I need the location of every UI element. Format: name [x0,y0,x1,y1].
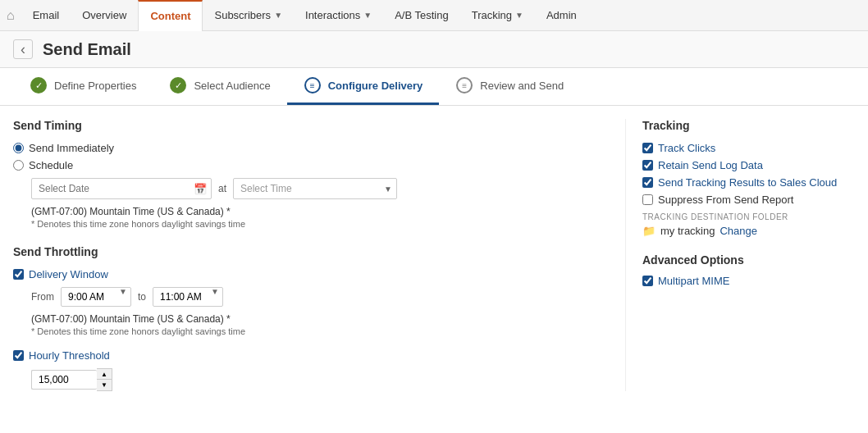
delivery-window-option[interactable]: Delivery Window [13,268,592,280]
time-select-wrapper: Select Time 9:00 AM 10:00 AM 11:00 AM ▼ [233,178,397,199]
main-content: Send Timing Send Immediately Schedule 📅 … [0,106,868,404]
step-tabs: ✓ Define Properties ✓ Select Audience ≡ … [0,68,868,106]
throttle-section: Send Throttling Delivery Window From 9:0… [13,245,592,391]
threshold-input[interactable] [31,370,97,390]
throttle-timezone-note-2: * Denotes this time zone honors daylight… [31,326,592,336]
date-input-wrapper: 📅 [31,178,212,199]
send-results-label: Send Tracking Results to Sales Cloud [658,176,837,189]
from-time-wrapper: 9:00 AM 10:00 AM 11:00 AM ▼ [61,287,131,307]
track-clicks-checkbox[interactable] [642,143,653,153]
suppress-item[interactable]: Suppress From Send Report [642,194,855,206]
nav-ab-testing[interactable]: A/B Testing [383,0,460,31]
throttle-title: Send Throttling [13,245,592,258]
tab-configure-delivery[interactable]: ≡ Configure Delivery [287,68,440,105]
change-folder-link[interactable]: Change [720,225,757,237]
send-immediately-radio[interactable] [13,143,24,153]
multipart-mime-item[interactable]: Multipart MIME [642,275,855,287]
tab-define-properties[interactable]: ✓ Define Properties [13,68,153,105]
home-icon[interactable]: ⌂ [7,8,15,23]
page-header: ‹ Send Email [0,31,868,68]
page-title: Send Email [43,40,131,59]
from-time-select[interactable]: 9:00 AM 10:00 AM 11:00 AM [61,287,131,307]
send-timing-title: Send Timing [13,119,592,132]
suppress-checkbox[interactable] [642,194,653,205]
tracking-title: Tracking [642,119,855,132]
subscribers-dropdown-arrow: ▼ [274,0,282,31]
threshold-input-wrap: ▲ ▼ [31,368,592,391]
schedule-label: Schedule [29,159,73,171]
multipart-mime-label: Multipart MIME [658,275,729,287]
send-immediately-option[interactable]: Send Immediately [13,142,592,154]
configure-delivery-icon: ≡ [304,76,322,94]
tab-select-audience[interactable]: ✓ Select Audience [153,68,286,105]
nav-interactions[interactable]: Interactions ▼ [294,0,383,31]
nav-tracking[interactable]: Tracking ▼ [460,0,535,31]
advanced-section: Advanced Options Multipart MIME [642,253,855,287]
time-select[interactable]: Select Time 9:00 AM 10:00 AM 11:00 AM [233,178,397,199]
throttle-timezone-note-1: (GMT-07:00) Mountain Time (US & Canada) … [31,313,592,325]
back-button[interactable]: ‹ [13,39,33,59]
from-to-row: From 9:00 AM 10:00 AM 11:00 AM ▼ to 9:00… [31,287,592,307]
delivery-window-label: Delivery Window [29,268,108,280]
threshold-down-button[interactable]: ▼ [97,380,112,390]
right-panel: Tracking Track Clicks Retain Send Log Da… [625,119,855,391]
folder-name: my tracking [660,225,715,237]
at-label: at [218,183,226,194]
nav-email[interactable]: Email [21,0,71,31]
suppress-label: Suppress From Send Report [658,194,793,206]
nav-subscribers[interactable]: Subscribers ▼ [203,0,294,31]
date-input[interactable] [31,178,212,199]
to-label: to [138,291,146,303]
hourly-threshold-option[interactable]: Hourly Threshold [13,349,592,362]
nav-overview[interactable]: Overview [71,0,138,31]
from-label: From [31,291,54,303]
delivery-window-checkbox[interactable] [13,269,24,280]
left-panel: Send Timing Send Immediately Schedule 📅 … [13,119,625,391]
track-clicks-label: Track Clicks [658,142,715,154]
define-properties-icon: ✓ [30,76,48,94]
hourly-section: Hourly Threshold ▲ ▼ [13,349,592,391]
schedule-option[interactable]: Schedule [13,159,592,171]
threshold-spinners: ▲ ▼ [97,368,112,391]
tracking-section: Tracking Track Clicks Retain Send Log Da… [642,119,855,237]
to-time-select[interactable]: 9:00 AM 10:00 AM 11:00 AM 12:00 PM [153,287,223,307]
multipart-mime-checkbox[interactable] [642,276,653,286]
schedule-radio[interactable] [13,160,24,171]
hourly-threshold-label: Hourly Threshold [29,349,110,362]
send-results-checkbox[interactable] [642,177,653,188]
retain-log-label: Retain Send Log Data [658,159,763,171]
tracking-folder-row: 📁 my tracking Change [642,225,855,237]
nav-content[interactable]: Content [138,0,203,31]
tab-review-and-send[interactable]: ≡ Review and Send [439,68,580,105]
retain-log-item[interactable]: Retain Send Log Data [642,159,855,171]
datetime-row: 📅 at Select Time 9:00 AM 10:00 AM 11:00 … [31,178,592,199]
tracking-dropdown-arrow: ▼ [515,0,523,31]
nav-admin[interactable]: Admin [535,0,588,31]
send-results-item[interactable]: Send Tracking Results to Sales Cloud [642,176,855,189]
tracking-folder-label: TRACKING DESTINATION FOLDER [642,212,855,221]
folder-icon: 📁 [642,225,656,237]
hourly-threshold-checkbox[interactable] [13,350,24,361]
retain-log-checkbox[interactable] [642,160,653,171]
threshold-up-button[interactable]: ▲ [97,369,112,380]
review-send-icon: ≡ [455,76,473,94]
timezone-note-1: (GMT-07:00) Mountain Time (US & Canada) … [31,206,592,217]
select-audience-icon: ✓ [169,76,187,94]
top-navigation: ⌂ Email Overview Content Subscribers ▼ I… [0,0,868,31]
timezone-note-2: * Denotes this time zone honors daylight… [31,219,592,229]
advanced-title: Advanced Options [642,253,855,267]
to-time-wrapper: 9:00 AM 10:00 AM 11:00 AM 12:00 PM ▼ [153,287,223,307]
send-immediately-label: Send Immediately [29,142,114,154]
track-clicks-item[interactable]: Track Clicks [642,142,855,154]
interactions-dropdown-arrow: ▼ [363,0,372,31]
send-timing-options: Send Immediately Schedule [13,142,592,171]
